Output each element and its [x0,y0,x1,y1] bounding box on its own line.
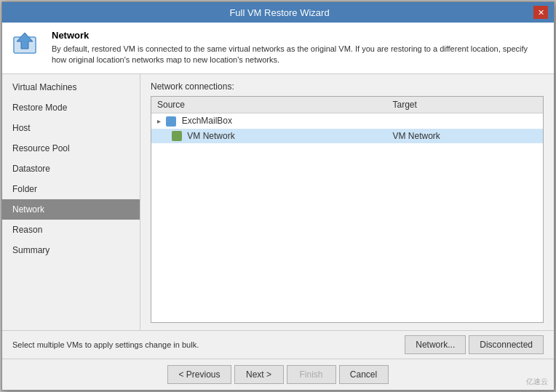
sidebar-item-restore-mode[interactable]: Restore Mode [2,97,140,118]
col-target: Target [387,97,544,113]
sidebar-item-host[interactable]: Host [2,118,140,138]
close-button[interactable]: ✕ [533,6,548,19]
section-label: Network connections: [151,81,544,92]
window-body: Network By default, restored VM is conne… [2,23,554,390]
watermark: 亿速云 [526,377,548,387]
title-bar: Full VM Restore Wizard ✕ [2,2,554,23]
vm-icon [166,116,176,127]
sidebar-item-reason[interactable]: Reason [2,220,140,240]
disconnected-button[interactable]: Disconnected [469,335,544,354]
right-panel: Network connections: Source Target [140,74,554,330]
sidebar-item-network[interactable]: Network [2,199,140,220]
network-icon [172,131,182,141]
main-window: Full VM Restore Wizard ✕ Network By defa… [1,1,555,391]
sidebar: Virtual Machines Restore Mode Host Resou… [2,74,140,330]
sidebar-item-datastore[interactable]: Datastore [2,159,140,179]
bottom-bar: Select multiple VMs to apply settings ch… [2,330,554,359]
sidebar-item-summary[interactable]: Summary [2,240,140,260]
table-row[interactable]: VM Network VM Network [151,129,543,144]
content-area: Virtual Machines Restore Mode Host Resou… [2,74,554,330]
header-description: By default, restored VM is connected to … [52,44,544,66]
finish-button[interactable]: Finish [287,365,336,384]
source-network: VM Network [151,129,387,144]
network-table: Source Target ▸ ExchMailBox [151,97,543,144]
bulk-settings-text: Select multiple VMs to apply settings ch… [12,340,199,349]
table-header-row: Source Target [151,97,543,113]
sidebar-item-folder[interactable]: Folder [2,179,140,199]
action-buttons-bar: < Previous Next > Finish Cancel [2,359,554,390]
network-table-wrap: Source Target ▸ ExchMailBox [151,96,544,323]
header-icon [12,31,41,60]
window-title: Full VM Restore Wizard [25,7,533,18]
header-text: Network By default, restored VM is conne… [52,30,544,66]
title-controls: ✕ [533,6,548,19]
col-source: Source [151,97,387,113]
network-button[interactable]: Network... [405,335,466,354]
previous-button[interactable]: < Previous [167,365,231,384]
target-network: VM Network [387,129,544,144]
next-button[interactable]: Next > [234,365,284,384]
tree-arrow: ▸ [157,117,161,125]
bottom-bar-buttons: Network... Disconnected [405,335,544,354]
header-section: Network By default, restored VM is conne… [2,23,554,74]
source-vm: ▸ ExchMailBox [151,113,387,128]
header-title: Network [52,30,544,41]
sidebar-item-virtual-machines[interactable]: Virtual Machines [2,77,140,97]
target-vm [387,113,544,128]
cancel-button[interactable]: Cancel [339,365,389,384]
sidebar-item-resource-pool[interactable]: Resource Pool [2,138,140,159]
table-row[interactable]: ▸ ExchMailBox [151,113,543,128]
